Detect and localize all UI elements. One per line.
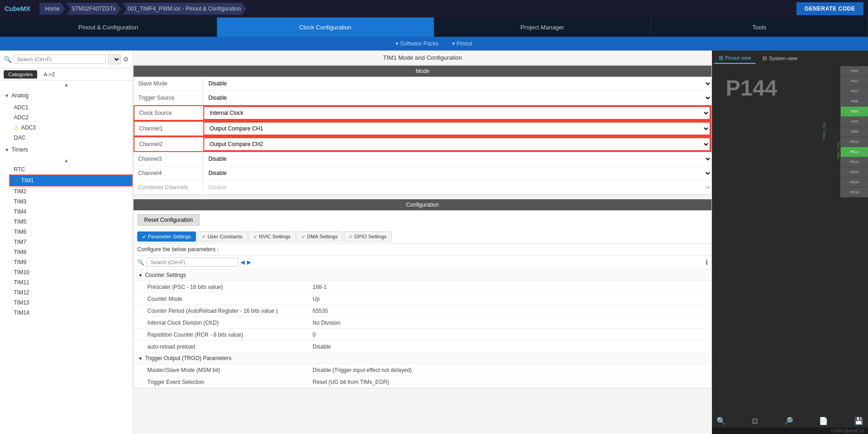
timers-items: RTC ✔ TIM1 TIM2 TIM3 TIM4 TIM5 TIM6 TIM7…	[0, 164, 133, 318]
tab-clock[interactable]: Clock Configuration	[217, 17, 434, 37]
pinout-view-icon: ⊞	[719, 55, 723, 61]
channel1-select[interactable]: Output Compare CH1	[203, 122, 711, 135]
sidebar-item-tim8[interactable]: TIM8	[9, 247, 133, 257]
params-configure-header: Configure the below parameters :	[134, 244, 711, 255]
trigger-source-select[interactable]: Disable	[202, 91, 711, 105]
analog-section-header[interactable]: ▼ Analog	[0, 89, 133, 102]
parameter-tabs: ✔ Parameter Settings ✔ User Constants ✔ …	[134, 230, 711, 244]
sidebar-item-tim12[interactable]: TIM12	[9, 287, 133, 298]
param-counter-mode-label: Counter Mode	[134, 294, 308, 304]
trgo-group[interactable]: ▼ Trigger Output (TRGO) Parameters	[134, 353, 711, 364]
sub-tab-pinout[interactable]: ▾ Pinout	[452, 40, 472, 47]
zoom-in-icon[interactable]: 🔍	[717, 417, 726, 425]
clock-source-select[interactable]: Internal Clock	[203, 106, 711, 120]
pin-vdd: VDD	[841, 127, 868, 137]
sidebar-filter-select[interactable]	[108, 54, 121, 64]
trigger-source-row: Trigger Source Disable	[134, 91, 711, 105]
tab-nvic-settings[interactable]: ✔ NVIC Settings	[248, 231, 296, 242]
tab-tools[interactable]: Tools	[651, 17, 868, 37]
chip-label: P144	[726, 75, 777, 101]
combined-channels-select[interactable]: Disable	[202, 180, 711, 194]
gear-icon[interactable]: ⚙	[123, 56, 129, 63]
param-row-ckd: Internal Clock Division (CKD) No Divisio…	[134, 317, 711, 329]
param-counter-period-value[interactable]: 65535	[308, 306, 711, 316]
sidebar-item-dac[interactable]: DAC	[9, 133, 133, 143]
param-msm-label: Master/Slave Mode (MSM bit)	[134, 366, 308, 375]
next-result-icon[interactable]: ▶	[247, 259, 251, 265]
channel4-select[interactable]: Disable	[202, 166, 711, 180]
sidebar-item-adc3[interactable]: ⚠ ADC3	[9, 123, 133, 133]
sidebar-item-tim3[interactable]: TIM3	[9, 197, 133, 207]
sidebar-item-tim10[interactable]: TIM10	[9, 267, 133, 277]
breadcrumb-home[interactable]: Home	[39, 3, 65, 15]
tab-system-view[interactable]: ⊟ System view	[758, 53, 802, 64]
sidebar-item-tim9[interactable]: TIM9	[9, 257, 133, 267]
sidebar-tab-categories[interactable]: Categories	[4, 70, 37, 79]
tim1-ch1-label: TIM1_CH1	[822, 103, 826, 140]
param-ckd-value[interactable]: No Division	[308, 318, 711, 327]
sidebar-item-rtc[interactable]: RTC	[9, 164, 133, 175]
channel2-select[interactable]: Output Compare CH2	[203, 137, 711, 151]
tab-project[interactable]: Project Manager	[434, 17, 651, 37]
sidebar-item-tim11[interactable]: TIM11	[9, 277, 133, 287]
param-repetition-value[interactable]: 0	[308, 330, 711, 339]
slave-mode-select[interactable]: Disable	[202, 77, 711, 90]
sidebar-item-tim7[interactable]: TIM7	[9, 237, 133, 247]
counter-settings-group[interactable]: ▼ Counter Settings	[134, 270, 711, 281]
channel3-select[interactable]: Disable	[202, 152, 711, 166]
fit-icon[interactable]: ⊡	[752, 417, 758, 425]
generate-code-button[interactable]: GENERATE CODE	[796, 2, 863, 15]
sidebar-search-bar: 🔍 ⚙	[0, 51, 133, 68]
sidebar-item-tim6[interactable]: TIM6	[9, 227, 133, 237]
tab-pinout[interactable]: Pinout & Configuration	[0, 17, 217, 37]
combined-channels-row: Combined Channels Disable	[134, 180, 711, 195]
sub-tab-software-packs[interactable]: ▾ Software Packs	[396, 40, 438, 47]
top-bar: CubeMX Home STM32F407ZGTx 001_TIMF4_PWM.…	[0, 0, 868, 17]
sidebar-tab-az[interactable]: A->Z	[39, 70, 59, 79]
analog-items: ADC1 ADC2 ⚠ ADC3 DAC	[0, 102, 133, 143]
timers-section-header[interactable]: ▼ Timers	[0, 143, 133, 157]
param-ckd-label: Internal Clock Division (CKD)	[134, 318, 308, 327]
tab-pinout-view[interactable]: ⊞ Pinout view	[714, 53, 756, 64]
channel1-label: Channel1	[134, 124, 203, 134]
prev-result-icon[interactable]: ◀	[241, 259, 245, 265]
sidebar-item-tim13[interactable]: TIM13	[9, 298, 133, 308]
param-prescaler-value[interactable]: 168-1	[308, 282, 711, 292]
param-trigger-event-value[interactable]: Reset (UG bit from TIMx_EGR)	[308, 378, 711, 387]
sidebar-item-tim2[interactable]: TIM2	[9, 186, 133, 197]
section-collapse-icon: ▼	[5, 93, 9, 98]
timers-scroll-up[interactable]: ▲	[0, 157, 133, 164]
sidebar-item-tim14[interactable]: TIM14	[9, 308, 133, 318]
pin-pe9[interactable]: PE9	[841, 107, 868, 117]
tab-gpio-settings[interactable]: ✔ GPIO Settings	[344, 231, 392, 242]
breadcrumb-mcu[interactable]: STM32F407ZGTx	[66, 3, 121, 15]
param-row-msm: Master/Slave Mode (MSM bit) Disable (Tri…	[134, 364, 711, 376]
mode-header: Mode	[134, 66, 711, 77]
tab-dma-settings[interactable]: ✔ DMA Settings	[297, 231, 343, 242]
breadcrumb-file[interactable]: 001_TIMF4_PWM.ioc - Pinout & Configurati…	[122, 3, 246, 15]
sub-tabs: ▾ Software Packs ▾ Pinout	[0, 37, 868, 51]
sidebar-item-tim4[interactable]: TIM4	[9, 207, 133, 217]
sidebar-item-tim1[interactable]: ✔ TIM1	[9, 175, 133, 186]
tab-parameter-settings[interactable]: ✔ Parameter Settings	[137, 231, 196, 242]
sidebar-section-timers: ▼ Timers ▲ RTC ✔ TIM1 TIM2 TIM3 TIM4 TIM…	[0, 143, 133, 318]
main-tabs: Pinout & Configuration Clock Configurati…	[0, 17, 868, 37]
param-row-autoreload: auto-reload preload Disable	[134, 341, 711, 353]
param-msm-value[interactable]: Disable (Trigger input effect not delaye…	[308, 366, 711, 375]
content-area: TIM1 Mode and Configuration Mode Slave M…	[133, 51, 712, 434]
pin-pe11[interactable]: PE11	[841, 147, 868, 157]
sidebar-item-tim5[interactable]: TIM5	[9, 217, 133, 227]
save-icon[interactable]: 💾	[854, 417, 863, 425]
tab-user-constants[interactable]: ✔ User Constants	[197, 231, 247, 242]
sidebar-item-adc1[interactable]: ADC1	[9, 102, 133, 113]
sidebar-item-adc2[interactable]: ADC2	[9, 113, 133, 123]
sidebar-search-input[interactable]	[14, 55, 106, 64]
param-autoreload-value[interactable]: Disable	[308, 342, 711, 351]
export-icon[interactable]: 📄	[819, 417, 828, 425]
param-counter-mode-value[interactable]: Up	[308, 294, 711, 304]
zoom-out-icon[interactable]: 🔎	[784, 417, 793, 425]
breadcrumb: Home STM32F407ZGTx 001_TIMF4_PWM.ioc - P…	[39, 3, 247, 15]
params-search-input[interactable]	[146, 258, 238, 267]
scroll-up-arrow[interactable]: ▲	[0, 81, 133, 89]
reset-configuration-button[interactable]: Reset Configuration	[137, 214, 200, 226]
